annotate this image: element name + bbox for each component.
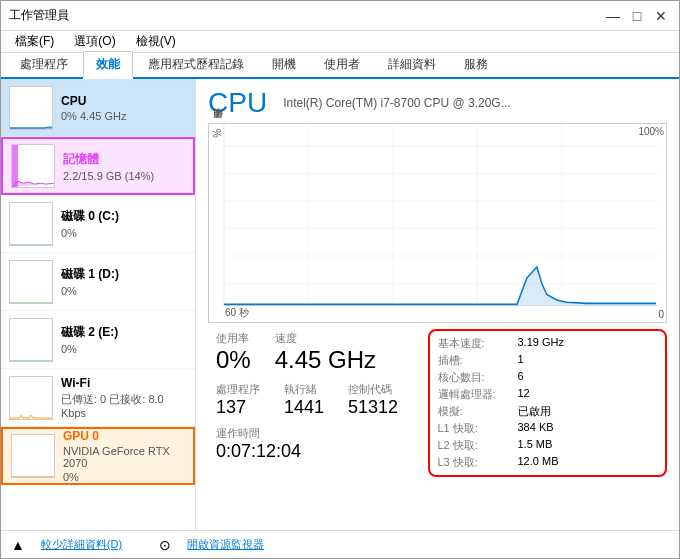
tab-processes[interactable]: 處理程序: [7, 51, 81, 77]
tab-details[interactable]: 詳細資料: [375, 51, 449, 77]
memory-thumbnail: [11, 144, 55, 188]
task-manager-window: 工作管理員 — □ ✕ 檔案(F) 選項(O) 檢視(V) 處理程序 效能 應用…: [0, 0, 680, 559]
tab-startup[interactable]: 開機: [259, 51, 309, 77]
less-detail-icon: ▲: [11, 537, 25, 553]
menubar: 檔案(F) 選項(O) 檢視(V): [1, 31, 679, 53]
wifi-name: Wi-Fi: [61, 376, 187, 390]
sidebar-item-disk2[interactable]: 磁碟 2 (E:) 0%: [1, 311, 195, 369]
handles-label: 控制代碼: [348, 382, 398, 397]
graph-y-label: % 使用率: [209, 124, 227, 140]
logical-row: 邏輯處理器: 12: [438, 386, 658, 403]
stats-area: 使用率 0% 速度 4.45 GHz 處理程序 137: [208, 329, 667, 477]
disk2-info: 磁碟 2 (E:) 0%: [61, 324, 187, 355]
disk0-info: 磁碟 0 (C:) 0%: [61, 208, 187, 239]
tabbar: 處理程序 效能 應用程式歷程記錄 開機 使用者 詳細資料 服務: [1, 53, 679, 79]
right-panel: CPU Intel(R) Core(TM) i7-8700 CPU @ 3.20…: [196, 79, 679, 530]
l2-row: L2 快取: 1.5 MB: [438, 437, 658, 454]
disk2-thumbnail: [9, 318, 53, 362]
process-row: 處理程序 137 執行緒 1441 控制代碼 51312: [208, 380, 428, 420]
wifi-stat: 已傳送: 0 已接收: 8.0 Kbps: [61, 392, 187, 419]
sidebar-item-cpu[interactable]: CPU 0% 4.45 GHz: [1, 79, 195, 137]
cpu-thumbnail: [9, 86, 53, 130]
usage-label: 使用率: [216, 331, 251, 346]
gpu-name: GPU 0: [63, 429, 185, 443]
open-monitor-link[interactable]: 開啟資源監視器: [187, 537, 264, 552]
wifi-info: Wi-Fi 已傳送: 0 已接收: 8.0 Kbps: [61, 376, 187, 419]
disk1-name: 磁碟 1 (D:): [61, 266, 187, 283]
tab-services[interactable]: 服務: [451, 51, 501, 77]
cores-row: 核心數目: 6: [438, 369, 658, 386]
sidebar-item-disk0[interactable]: 磁碟 0 (C:) 0%: [1, 195, 195, 253]
menu-options[interactable]: 選項(O): [66, 31, 123, 52]
disk1-thumbnail: [9, 260, 53, 304]
cpu-name: CPU: [61, 94, 187, 108]
usage-stat: 使用率 0%: [208, 329, 259, 376]
processes-value: 137: [216, 397, 260, 418]
tab-users[interactable]: 使用者: [311, 51, 373, 77]
titlebar: 工作管理員 — □ ✕: [1, 1, 679, 31]
cpu-info: CPU 0% 4.45 GHz: [61, 94, 187, 122]
speed-stat: 速度 4.45 GHz: [267, 329, 384, 376]
virt-key: 模擬:: [438, 404, 518, 419]
logical-key: 邏輯處理器:: [438, 387, 518, 402]
l3-row: L3 快取: 12.0 MB: [438, 454, 658, 471]
main-content: CPU 0% 4.45 GHz 記憶體 2.2/15.9 GB (14%): [1, 79, 679, 530]
virt-val: 已啟用: [518, 404, 551, 419]
sidebar-item-gpu[interactable]: GPU 0 NVIDIA GeForce RTX 2070 0%: [1, 427, 195, 485]
disk1-stat: 0%: [61, 285, 187, 297]
svg-marker-13: [224, 267, 656, 306]
l1-key: L1 快取:: [438, 421, 518, 436]
handles-value: 51312: [348, 397, 398, 418]
disk0-thumbnail: [9, 202, 53, 246]
base-speed-key: 基本速度:: [438, 336, 518, 351]
disk0-name: 磁碟 0 (C:): [61, 208, 187, 225]
logical-val: 12: [518, 387, 530, 402]
sidebar-item-memory[interactable]: 記憶體 2.2/15.9 GB (14%): [1, 137, 195, 195]
cpu-stat: 0% 4.45 GHz: [61, 110, 187, 122]
tab-performance[interactable]: 效能: [83, 51, 133, 79]
handles-stat: 控制代碼 51312: [340, 380, 406, 420]
minimize-button[interactable]: —: [603, 6, 623, 26]
usage-value: 0%: [216, 346, 251, 374]
l2-key: L2 快取:: [438, 438, 518, 453]
processes-label: 處理程序: [216, 382, 260, 397]
tab-app-history[interactable]: 應用程式歷程記錄: [135, 51, 257, 77]
cpu-graph: % 使用率 100% 0 60 秒: [208, 123, 667, 323]
virt-row: 模擬: 已啟用: [438, 403, 658, 420]
menu-file[interactable]: 檔案(F): [7, 31, 62, 52]
l1-row: L1 快取: 384 KB: [438, 420, 658, 437]
gpu-stat1: NVIDIA GeForce RTX 2070: [63, 445, 185, 469]
close-button[interactable]: ✕: [651, 6, 671, 26]
less-detail-link[interactable]: 較少詳細資料(D): [41, 537, 122, 552]
gpu-thumbnail: [11, 434, 55, 478]
main-subtitle: Intel(R) Core(TM) i7-8700 CPU @ 3.20G...: [283, 96, 511, 110]
menu-view[interactable]: 檢視(V): [128, 31, 184, 52]
maximize-button[interactable]: □: [627, 6, 647, 26]
memory-stat: 2.2/15.9 GB (14%): [63, 170, 185, 182]
footer: ▲ 較少詳細資料(D) ⊙ 開啟資源監視器: [1, 530, 679, 558]
cores-key: 核心數目:: [438, 370, 518, 385]
graph-x-label: 60 秒: [225, 306, 249, 320]
disk0-stat: 0%: [61, 227, 187, 239]
right-header: CPU Intel(R) Core(TM) i7-8700 CPU @ 3.20…: [208, 87, 667, 119]
l3-key: L3 快取:: [438, 455, 518, 470]
threads-stat: 執行緒 1441: [276, 380, 332, 420]
memory-info: 記憶體 2.2/15.9 GB (14%): [63, 151, 185, 182]
uptime-value: 0:07:12:04: [216, 441, 420, 462]
stats-left: 使用率 0% 速度 4.45 GHz 處理程序 137: [208, 329, 428, 477]
sidebar-item-wifi[interactable]: Wi-Fi 已傳送: 0 已接收: 8.0 Kbps: [1, 369, 195, 427]
disk2-name: 磁碟 2 (E:): [61, 324, 187, 341]
wifi-thumbnail: [9, 376, 53, 420]
details-right: 基本速度: 3.19 GHz 插槽: 1 核心數目: 6 邏輯處理器: 12: [428, 329, 668, 477]
memory-name: 記憶體: [63, 151, 185, 168]
processes-stat: 處理程序 137: [208, 380, 268, 420]
sidebar-item-disk1[interactable]: 磁碟 1 (D:) 0%: [1, 253, 195, 311]
sockets-key: 插槽:: [438, 353, 518, 368]
l3-val: 12.0 MB: [518, 455, 559, 470]
sidebar: CPU 0% 4.45 GHz 記憶體 2.2/15.9 GB (14%): [1, 79, 196, 530]
l2-val: 1.5 MB: [518, 438, 553, 453]
speed-value: 4.45 GHz: [275, 346, 376, 374]
main-title: CPU: [208, 87, 267, 119]
threads-value: 1441: [284, 397, 324, 418]
threads-label: 執行緒: [284, 382, 324, 397]
